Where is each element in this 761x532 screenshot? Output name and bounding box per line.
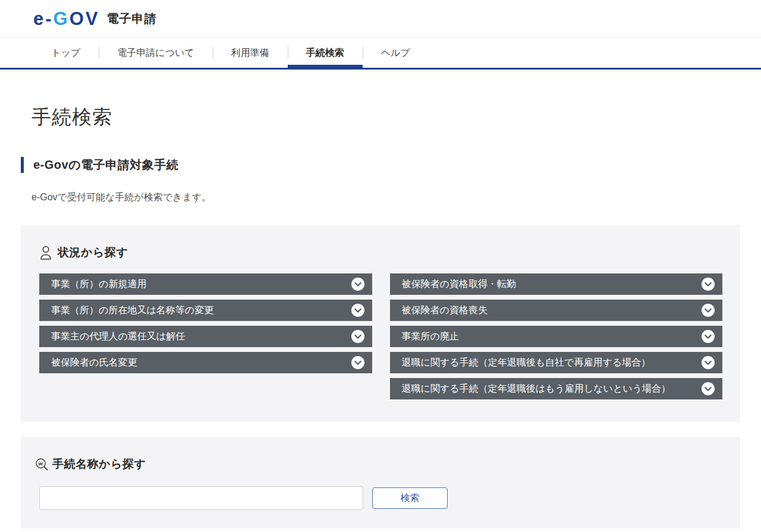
person-icon bbox=[39, 245, 52, 260]
chevron-down-icon bbox=[701, 329, 715, 344]
situation-accordion-retirement-no-rehire[interactable]: 退職に関する手続（定年退職後はもう雇用しないという場合） bbox=[390, 378, 723, 399]
search-button[interactable]: 検索 bbox=[372, 487, 448, 509]
page-title: 手続検索 bbox=[32, 104, 740, 131]
nav-tab-label: 手続検索 bbox=[306, 47, 344, 59]
section-heading-text: e-Govの電子申請対象手続 bbox=[33, 157, 178, 173]
situation-accordion-office-closure[interactable]: 事業所の廃止 bbox=[390, 326, 723, 347]
situation-column-left: 事業（所）の新規適用 事業（所）の所在地又は名称等の変更 bbox=[39, 273, 372, 399]
accordion-label: 被保険者の資格取得・転勤 bbox=[402, 278, 702, 291]
name-search-panel-heading-text: 手続名称から探す bbox=[52, 457, 146, 472]
accordion-label: 事業（所）の新規適用 bbox=[51, 278, 351, 291]
accordion-label: 事業（所）の所在地又は名称等の変更 bbox=[51, 304, 351, 317]
chevron-down-icon bbox=[701, 303, 715, 317]
nav-tab-label: トップ bbox=[51, 47, 80, 59]
accordion-label: 事業所の廃止 bbox=[402, 330, 702, 343]
nav-tab-procedure-search[interactable]: 手続検索 bbox=[288, 38, 363, 68]
situation-accordion-retirement-rehire[interactable]: 退職に関する手続（定年退職後も自社で再雇用する場合） bbox=[390, 352, 723, 373]
nav-tab-help[interactable]: ヘルプ bbox=[363, 38, 429, 68]
svg-text:w: w bbox=[38, 461, 43, 467]
egov-logo-text: e-GOV bbox=[33, 10, 100, 28]
situation-accordion-agent-appointment[interactable]: 事業主の代理人の選任又は解任 bbox=[39, 326, 372, 347]
chevron-down-icon bbox=[351, 303, 365, 317]
situation-accordion-address-name-change[interactable]: 事業（所）の所在地又は名称等の変更 bbox=[39, 300, 372, 321]
chevron-down-icon bbox=[701, 355, 715, 370]
accordion-label: 被保険者の資格喪失 bbox=[402, 304, 702, 317]
main-content: 手続検索 e-Govの電子申請対象手続 e-Govで受付可能な手続が検索できます… bbox=[0, 104, 761, 528]
situation-panel-heading-text: 状況から探す bbox=[58, 245, 128, 260]
chevron-down-icon bbox=[701, 382, 715, 396]
situation-accordion-insured-name-change[interactable]: 被保険者の氏名変更 bbox=[39, 352, 372, 373]
nav-tab-label: 利用準備 bbox=[231, 47, 269, 59]
section-heading-accent-bar bbox=[21, 157, 24, 173]
nav-tab-label: ヘルプ bbox=[381, 47, 410, 59]
nav-tab-about-eapp[interactable]: 電子申請について bbox=[99, 38, 213, 68]
name-search-panel: w 手続名称から探す 検索 bbox=[21, 437, 740, 528]
name-search-panel-heading: w 手続名称から探す bbox=[34, 457, 722, 472]
chevron-down-icon bbox=[351, 329, 365, 344]
word-search-icon: w bbox=[34, 457, 49, 471]
accordion-label: 退職に関する手続（定年退職後も自社で再雇用する場合） bbox=[402, 357, 702, 369]
nav-tab-preparation[interactable]: 利用準備 bbox=[213, 38, 288, 68]
service-name: 電子申請 bbox=[107, 11, 157, 27]
egov-logo[interactable]: e-GOV 電子申請 bbox=[33, 10, 157, 28]
accordion-label: 被保険者の氏名変更 bbox=[51, 357, 351, 369]
procedure-name-input[interactable] bbox=[39, 486, 363, 510]
section-heading: e-Govの電子申請対象手続 bbox=[21, 157, 740, 173]
chevron-down-icon bbox=[351, 277, 365, 291]
situation-accordion-qualification-loss[interactable]: 被保険者の資格喪失 bbox=[390, 300, 723, 321]
accordion-label: 事業主の代理人の選任又は解任 bbox=[51, 330, 351, 343]
chevron-down-icon bbox=[351, 355, 365, 370]
lead-text: e-Govで受付可能な手続が検索できます。 bbox=[32, 191, 740, 204]
situation-accordion-qualification-acquisition[interactable]: 被保険者の資格取得・転勤 bbox=[390, 273, 723, 295]
situation-column-right: 被保険者の資格取得・転勤 被保険者の資格喪失 bbox=[390, 273, 723, 399]
situation-accordion-new-application[interactable]: 事業（所）の新規適用 bbox=[39, 273, 372, 295]
situation-panel-heading: 状況から探す bbox=[39, 245, 722, 260]
search-row: 検索 bbox=[39, 486, 722, 510]
nav-tab-label: 電子申請について bbox=[117, 47, 194, 59]
situation-columns: 事業（所）の新規適用 事業（所）の所在地又は名称等の変更 bbox=[39, 273, 722, 399]
situation-search-panel: 状況から探す 事業（所）の新規適用 事業（所）の所在地又は名称等の変更 bbox=[21, 225, 740, 422]
accordion-label: 退職に関する手続（定年退職後はもう雇用しないという場合） bbox=[402, 383, 702, 395]
chevron-down-icon bbox=[701, 277, 715, 291]
main-nav: トップ 電子申請について 利用準備 手続検索 ヘルプ bbox=[0, 38, 761, 70]
nav-tab-top[interactable]: トップ bbox=[33, 38, 99, 68]
site-header: e-GOV 電子申請 bbox=[0, 0, 761, 38]
